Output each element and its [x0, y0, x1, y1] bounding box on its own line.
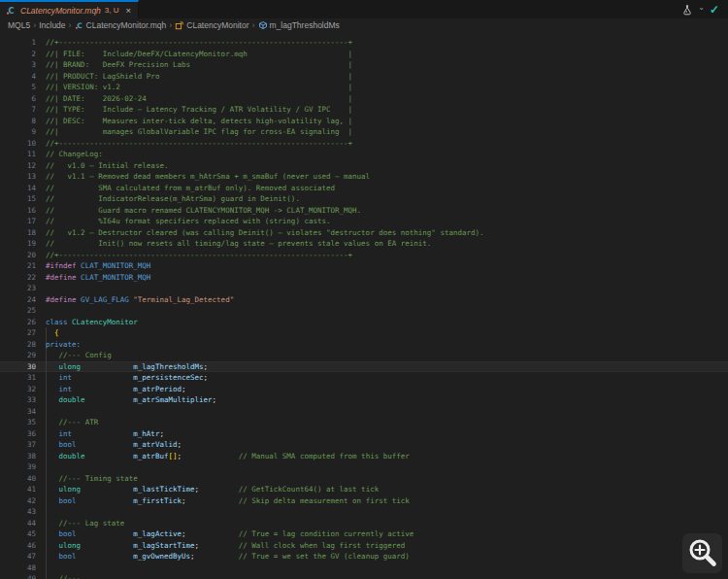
line-number[interactable]: 47	[0, 551, 36, 562]
code-line[interactable]: 9//| manages GlobalVariable IPC flag for…	[0, 126, 728, 138]
code-line[interactable]: 29 //--- Config	[0, 350, 728, 361]
close-icon[interactable]: ×	[126, 6, 132, 16]
line-number[interactable]: 46	[0, 540, 36, 552]
line-number[interactable]: 5	[0, 82, 36, 93]
code-line[interactable]: 25	[0, 305, 728, 317]
code-line[interactable]: 24#define GV_LAG_FLAG "Terminal_Lag_Dete…	[0, 294, 728, 306]
breadcrumb-item[interactable]: CCLatencyMonitor.mqh	[75, 20, 167, 30]
code-line[interactable]: 33 double m_atrSmaMultiplier;	[0, 394, 728, 406]
line-number[interactable]: 35	[0, 417, 36, 428]
chevron-down-icon[interactable]: ⌄	[698, 4, 705, 12]
code-line[interactable]: 28private:	[0, 339, 728, 351]
code-line[interactable]: 41 ulong m_lastTickTime; // GetTickCount…	[0, 484, 728, 495]
line-number[interactable]: 41	[0, 484, 36, 495]
code-line[interactable]: 43	[0, 506, 728, 518]
zoom-button[interactable]	[682, 533, 722, 573]
code-line[interactable]: 32 int m_atrPeriod;	[0, 384, 728, 395]
code-area[interactable]: 1//+------------------------------------…	[0, 32, 728, 579]
code-line[interactable]: 23	[0, 283, 728, 294]
code-line[interactable]: 22#define CLAT_MONITOR_MQH	[0, 272, 728, 284]
tab-clatencymonitor[interactable]: C CLatencyMonitor.mqh 3, U ×	[0, 0, 139, 18]
line-number[interactable]: 36	[0, 428, 36, 440]
code-line[interactable]: 36 int m_hAtr;	[0, 428, 728, 440]
code-line[interactable]: 20//+-----------------------------------…	[0, 250, 728, 261]
code-line[interactable]: 18// v1.2 — Destructor cleared (was call…	[0, 227, 728, 239]
code-line[interactable]: 49 //---	[0, 573, 728, 579]
code-line[interactable]: 19// Init() now resets all timing/lag st…	[0, 238, 728, 250]
code-line[interactable]: 26class CLatencyMonitor	[0, 317, 728, 328]
code-line[interactable]: 7//| TYPE: Include — Latency Tracking / …	[0, 104, 728, 116]
line-number[interactable]: 44	[0, 518, 36, 529]
code-line[interactable]: 46 ulong m_lagStartTime; // Wall clock w…	[0, 540, 728, 552]
line-number[interactable]: 19	[0, 238, 36, 250]
code-line[interactable]: 6//| DATE: 2026-02-24 |	[0, 93, 728, 105]
code-line[interactable]: 17// %I64u format specifiers replaced wi…	[0, 216, 728, 227]
line-number[interactable]: 37	[0, 439, 36, 451]
line-number[interactable]: 12	[0, 160, 36, 172]
line-number[interactable]: 20	[0, 250, 36, 261]
line-number[interactable]: 32	[0, 384, 36, 395]
breadcrumb-item[interactable]: MQL5	[8, 20, 30, 30]
line-number[interactable]: 49	[0, 573, 36, 579]
code-line[interactable]: 44 //--- Lag state	[0, 518, 728, 529]
code-line[interactable]: 2//| FILE: Include/DeeFX/CLatencyMonitor…	[0, 49, 728, 60]
code-line[interactable]: 38 double m_atrBuf[]; // Manual SMA comp…	[0, 451, 728, 462]
line-number[interactable]: 23	[0, 283, 36, 294]
line-number[interactable]: 1	[0, 37, 36, 49]
line-number[interactable]: 45	[0, 528, 36, 540]
line-number[interactable]: 6	[0, 93, 36, 105]
line-number[interactable]: 21	[0, 260, 36, 272]
breadcrumb-item[interactable]: m_lagThresholdMs	[258, 20, 340, 30]
code-line[interactable]: 15// IndicatorRelease(m_hAtrSma) guard i…	[0, 193, 728, 205]
line-number[interactable]: 48	[0, 562, 36, 574]
line-number[interactable]: 15	[0, 193, 36, 205]
line-number[interactable]: 43	[0, 506, 36, 518]
code-line[interactable]: 39	[0, 461, 728, 473]
code-line[interactable]: 48	[0, 562, 728, 574]
breadcrumb-item[interactable]: Include	[39, 20, 65, 30]
code-line[interactable]: 45 bool m_lagActive; // True = lag condi…	[0, 528, 728, 540]
code-line[interactable]: 12// v1.0 — Initial release.	[0, 160, 728, 172]
code-line[interactable]: 8//| DESC: Measures inter-tick delta, de…	[0, 116, 728, 127]
line-number[interactable]: 40	[0, 473, 36, 485]
code-line[interactable]: 31 int m_persistenceSec;	[0, 372, 728, 384]
code-line[interactable]: 5//| VERSION: v1.2 |	[0, 82, 728, 93]
line-number[interactable]: 42	[0, 495, 36, 507]
code-line[interactable]: 42 bool m_firstTick; // Skip delta measu…	[0, 495, 728, 507]
line-number[interactable]: 3	[0, 59, 36, 71]
line-number[interactable]: 13	[0, 171, 36, 183]
line-number[interactable]: 28	[0, 339, 36, 351]
code-line[interactable]: 30 ulong m_lagThresholdMs;	[0, 361, 728, 373]
line-number[interactable]: 4	[0, 71, 36, 83]
code-line[interactable]: 40 //--- Timing state	[0, 473, 728, 485]
compile-check-icon[interactable]: ✓	[710, 4, 719, 16]
code-line[interactable]: 13// v1.1 — Removed dead members m_hAtrS…	[0, 171, 728, 183]
breadcrumb-item[interactable]: CLatencyMonitor	[175, 20, 248, 30]
line-number[interactable]: 29	[0, 350, 36, 361]
line-number[interactable]: 16	[0, 205, 36, 217]
line-number[interactable]: 18	[0, 227, 36, 239]
run-preview-icon[interactable]	[681, 4, 693, 16]
line-number[interactable]: 34	[0, 406, 36, 418]
code-line[interactable]: 3//| BRAND: DeeFX Precision Labs |	[0, 59, 728, 71]
line-number[interactable]: 39	[0, 461, 36, 473]
code-line[interactable]: 16// Guard macro renamed CLATENCYMONITOR…	[0, 205, 728, 217]
line-number[interactable]: 31	[0, 372, 36, 384]
line-number[interactable]: 27	[0, 327, 36, 339]
line-number[interactable]: 8	[0, 116, 36, 127]
line-number[interactable]: 7	[0, 104, 36, 116]
line-number[interactable]: 11	[0, 149, 36, 160]
line-number[interactable]: 22	[0, 272, 36, 284]
line-number[interactable]: 9	[0, 126, 36, 138]
line-number[interactable]: 14	[0, 183, 36, 194]
line-number[interactable]: 38	[0, 451, 36, 462]
line-number[interactable]: 25	[0, 305, 36, 317]
line-number[interactable]: 2	[0, 49, 36, 60]
line-number[interactable]: 30	[0, 361, 36, 373]
code-line[interactable]: 35 //--- ATR	[0, 417, 728, 428]
line-number[interactable]: 24	[0, 294, 36, 306]
code-line[interactable]: 1//+------------------------------------…	[0, 37, 728, 49]
code-line[interactable]: 34	[0, 406, 728, 418]
code-line[interactable]: 21#ifndef CLAT_MONITOR_MQH	[0, 260, 728, 272]
code-line[interactable]: 47 bool m_gvOwnedByUs; // True = we set …	[0, 551, 728, 562]
